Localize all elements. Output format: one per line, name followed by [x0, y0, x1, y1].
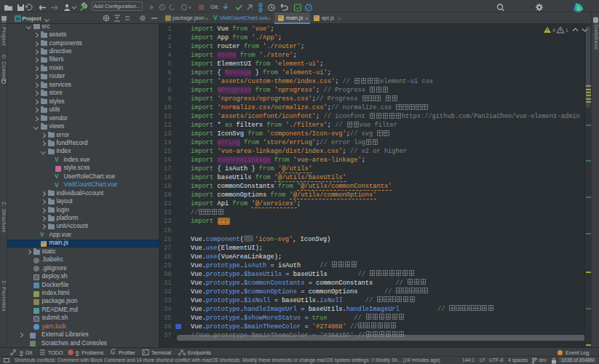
svg-text:4: 4: [552, 28, 555, 33]
svg-text:1: 1: [566, 28, 568, 33]
